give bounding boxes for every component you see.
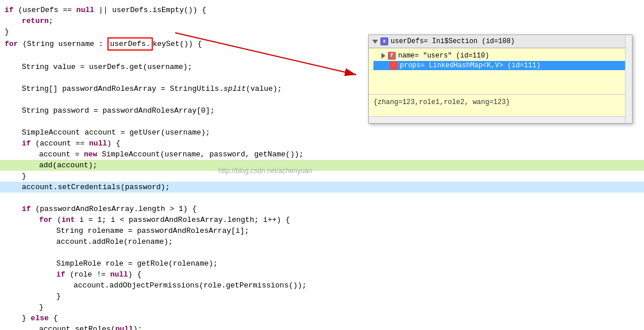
keyword: if bbox=[5, 5, 14, 16]
code-text: ) { bbox=[107, 138, 120, 149]
tree-item-name-label: name= "users" (id=110) bbox=[398, 52, 489, 60]
code-text: String[] passwordAndRolesArray = StringU… bbox=[22, 83, 223, 94]
code-text: (userDefs == bbox=[14, 5, 76, 16]
highlighted-code: userDefs. bbox=[107, 37, 152, 51]
code-text: SimpleAccount account = getUser(username… bbox=[22, 127, 210, 138]
keyword: if bbox=[22, 204, 31, 214]
keyword: null bbox=[89, 138, 107, 149]
debug-tree: f name= "users" (id=110) f props= Linked… bbox=[369, 48, 632, 94]
code-text: (String username : bbox=[18, 39, 107, 49]
code-line: account.setCredentials(password); bbox=[0, 182, 644, 193]
code-text: } bbox=[39, 302, 44, 313]
var-icon: x bbox=[380, 37, 388, 45]
code-text: ; bbox=[49, 16, 53, 26]
code-text: String value = userDefs.get(username); bbox=[22, 62, 192, 72]
code-text: account.setRoles( bbox=[39, 324, 115, 330]
keyword: null bbox=[110, 269, 128, 280]
keyword: null bbox=[115, 324, 133, 330]
code-text: String rolename = passwordAndRolesArray[… bbox=[56, 225, 249, 236]
tree-item-name[interactable]: f name= "users" (id=110) bbox=[373, 51, 627, 61]
debug-header: x userDefs= Ini$Section (id=108) bbox=[369, 35, 632, 48]
code-line: account.setRoles(null); bbox=[0, 324, 644, 330]
code-text: account.setCredentials(password); bbox=[22, 182, 169, 193]
code-text: } bbox=[22, 171, 26, 182]
code-line: String rolename = passwordAndRolesArray[… bbox=[0, 225, 644, 236]
code-text: } bbox=[56, 291, 61, 302]
debug-root-label: userDefs= Ini$Section (id=108) bbox=[391, 37, 515, 45]
debug-value-text: {zhang=123,role1,role2, wang=123} bbox=[373, 98, 510, 106]
code-line: } bbox=[0, 171, 644, 182]
code-editor: if (userDefs == null || userDefs.isEmpty… bbox=[0, 0, 644, 330]
italic-text: split bbox=[223, 83, 246, 94]
code-line: account.addObjectPermissions(role.getPer… bbox=[0, 280, 644, 291]
code-text: } bbox=[5, 26, 9, 37]
code-text: String password = passwordAndRolesArray[… bbox=[22, 105, 214, 116]
debug-hscrollbar[interactable] bbox=[369, 116, 625, 123]
keyword: for bbox=[39, 214, 52, 225]
code-line: if (account == null) { bbox=[0, 138, 644, 149]
keyword: return bbox=[22, 16, 49, 26]
watermark: http://blog.csdn.net/achenyuan bbox=[218, 167, 312, 175]
tree-collapse-icon[interactable] bbox=[372, 40, 378, 44]
field-icon: f bbox=[388, 52, 396, 60]
code-text: SimpleAccount(username, password, getNam… bbox=[97, 149, 303, 160]
code-text: } bbox=[22, 313, 31, 324]
tree-item-props-label: props= LinkedHashMap<K,V> (id=111) bbox=[400, 62, 541, 70]
code-text: ) { bbox=[128, 269, 141, 280]
code-text: SimpleRole role = getRole(rolename); bbox=[56, 258, 218, 269]
tree-expand-icon bbox=[381, 53, 385, 59]
code-line: return; bbox=[0, 16, 644, 26]
keyword: if bbox=[22, 138, 31, 149]
code-text: (account == bbox=[31, 138, 89, 149]
code-text: || userDefs.isEmpty()) { bbox=[94, 5, 206, 16]
code-line: account.addRole(rolename); bbox=[0, 236, 644, 247]
code-line: if (role != null) { bbox=[0, 269, 644, 280]
code-line: } else { bbox=[0, 313, 644, 324]
code-text: add(account); bbox=[39, 160, 97, 171]
tree-item-props[interactable]: f props= LinkedHashMap<K,V> (id=111) bbox=[373, 61, 627, 70]
code-line: add(account); bbox=[0, 160, 644, 171]
code-text: { bbox=[49, 313, 58, 324]
debug-scrollbar[interactable] bbox=[625, 35, 632, 123]
code-line: } bbox=[0, 302, 644, 313]
debug-popup: x userDefs= Ini$Section (id=108) f name=… bbox=[368, 34, 633, 124]
keyword: if bbox=[56, 269, 65, 280]
code-text: ); bbox=[133, 324, 142, 330]
keyword: for bbox=[5, 39, 18, 49]
code-line: SimpleRole role = getRole(rolename); bbox=[0, 258, 644, 269]
code-text: (role != bbox=[65, 269, 110, 280]
code-text: i = 1; i < passwordAndRolesArray.length;… bbox=[75, 214, 290, 225]
code-line bbox=[0, 193, 644, 204]
code-text: ( bbox=[52, 214, 61, 225]
code-line: account = new SimpleAccount(username, pa… bbox=[0, 149, 644, 160]
code-line: if (passwordAndRolesArray.length > 1) { bbox=[0, 204, 644, 214]
field-icon-props: f bbox=[390, 62, 398, 70]
code-line bbox=[0, 247, 644, 258]
code-line: for (int i = 1; i < passwordAndRolesArra… bbox=[0, 214, 644, 225]
keyword: int bbox=[61, 214, 75, 225]
code-line: if (userDefs == null || userDefs.isEmpty… bbox=[0, 5, 644, 16]
keyword: null bbox=[76, 5, 94, 16]
code-text: account = bbox=[39, 149, 84, 160]
code-line: SimpleAccount account = getUser(username… bbox=[0, 127, 644, 138]
keyword: else bbox=[31, 313, 49, 324]
keyword: new bbox=[84, 149, 97, 160]
code-text: account.addObjectPermissions(role.getPer… bbox=[74, 280, 307, 291]
code-text: keySet()) { bbox=[153, 39, 202, 49]
code-line: } bbox=[0, 291, 644, 302]
code-text: (value); bbox=[246, 83, 281, 94]
code-text: (passwordAndRolesArray.length > 1) { bbox=[31, 204, 197, 214]
code-text: account.addRole(rolename); bbox=[56, 236, 173, 247]
